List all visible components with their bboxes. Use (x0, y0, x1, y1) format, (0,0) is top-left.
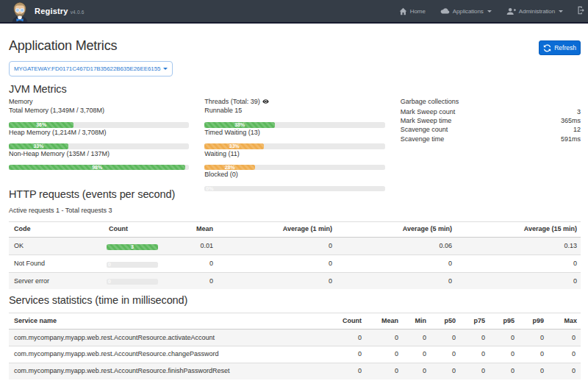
service-value-1-1: 0 (367, 346, 404, 363)
http-value-1-1: 0 (218, 255, 337, 273)
gc-label-0: Mark Sweep count (401, 107, 456, 116)
memory-bars: Total Memory (1,349M / 3,708M)36%Heap Me… (9, 106, 189, 171)
nav-label-applications: Applications (453, 8, 484, 15)
services-row-0: com.mycompany.myapp.web.rest.AccountReso… (9, 330, 581, 346)
services-header-7: p99 (520, 313, 549, 330)
memory-column: Memory Total Memory (1,349M / 3,708M)36%… (9, 98, 189, 191)
http-header-3: Average (1 min) (218, 221, 337, 238)
services-header-6: p95 (490, 313, 520, 330)
http-header-1: Count (104, 221, 191, 238)
brand-version: v4.0.6 (71, 10, 85, 15)
cloud-icon (440, 7, 450, 15)
nav-item-home[interactable]: Home (399, 7, 426, 15)
gc-label-1: Mark Sweep time (401, 116, 452, 125)
brand-name: Registryv4.0.6 (35, 7, 85, 15)
services-header-2: Mean (367, 313, 404, 330)
service-value-2-4: 0 (461, 363, 490, 379)
service-value-1-4: 0 (461, 346, 490, 363)
service-value-1-7: 0 (549, 346, 581, 363)
service-value-1-6: 0 (520, 346, 549, 363)
http-header-0: Code (9, 221, 104, 238)
memory-2-progress: 98% (9, 165, 189, 171)
brand-text: Registry (35, 7, 68, 15)
gc-row-2: Scavenge count12 (401, 125, 581, 134)
http-value-1-3: 0 (457, 255, 581, 273)
threads-1-progress-bar: 33% (204, 143, 264, 149)
service-value-2-7: 0 (549, 363, 581, 379)
threads-column: Threads (Total: 39) Runnable 1538%Timed … (204, 98, 384, 191)
threads-2-progress-bar: 28% (204, 165, 255, 171)
gc-row-3: Scavenge time591ms (401, 135, 581, 143)
memory-title: Memory (9, 98, 189, 106)
gc-rows: Mark Sweep count3Mark Sweep time365msSca… (401, 107, 581, 143)
http-count-cell-2: 0 (104, 272, 191, 289)
nav-item-applications[interactable]: Applications (440, 7, 492, 15)
jhipster-avatar-icon (12, 1, 28, 22)
gc-row-0: Mark Sweep count3 (401, 107, 581, 116)
http-row-server-error: Server error00000 (9, 272, 581, 289)
service-value-0-7: 0 (549, 330, 581, 346)
nav-label-administration: Administration (519, 8, 555, 15)
http-count-0-progress-bar: 3 (107, 244, 158, 250)
service-value-1-5: 0 (490, 346, 520, 363)
service-value-0-0: 0 (330, 330, 367, 346)
navbar-brand[interactable]: Registryv4.0.6 (12, 0, 85, 22)
http-value-2-3: 0 (457, 272, 581, 289)
eye-icon[interactable] (262, 99, 269, 107)
threads-2-progress-label: 28% (204, 165, 255, 171)
http-count-1-progress: 0 (107, 262, 158, 268)
memory-1-progress: 33% (9, 143, 189, 149)
http-value-2-0: 0 (191, 272, 218, 289)
memory-1-progress-label: 33% (9, 143, 68, 149)
service-value-2-0: 0 (330, 363, 367, 379)
service-value-0-6: 0 (520, 330, 549, 346)
memory-0-progress-bar: 36% (9, 122, 74, 128)
refresh-icon (543, 44, 551, 52)
http-code-1: Not Found (9, 255, 104, 273)
threads-metric-label-3: Blocked (0) (204, 170, 384, 179)
nav-item-administration[interactable]: Administration (506, 7, 563, 15)
http-count-cell-1: 0 (104, 255, 191, 273)
services-header-3: Min (404, 313, 431, 330)
http-value-0-2: 0.06 (337, 238, 457, 255)
http-count-0-progress: 3 (107, 244, 158, 250)
memory-metric-2: Non-Heap Memory (135M / 137M)98% (9, 149, 189, 171)
http-requests-subtitle: Active requests 1 - Total requests 3 (9, 206, 581, 215)
service-name-0: com.mycompany.myapp.web.rest.AccountReso… (9, 330, 330, 346)
service-value-0-2: 0 (404, 330, 431, 346)
gc-value-0: 3 (577, 107, 581, 116)
gc-label-2: Scavenge count (401, 125, 448, 134)
threads-metric-2: Waiting (11)28% (204, 149, 384, 171)
memory-metric-label-0: Total Memory (1,349M / 3,708M) (9, 106, 189, 115)
thread-bars: Runnable 1538%Timed Waiting (13)33%Waiti… (204, 106, 384, 191)
sign-out-button[interactable] (577, 6, 586, 16)
service-value-0-5: 0 (490, 330, 520, 346)
jvm-metrics-title: JVM Metrics (9, 82, 581, 96)
http-value-0-1: 0 (218, 238, 337, 255)
service-name-1: com.mycompany.myapp.web.rest.AccountReso… (9, 346, 330, 363)
http-count-2-progress: 0 (107, 279, 158, 285)
service-value-0-1: 0 (367, 330, 404, 346)
refresh-button[interactable]: Refresh (539, 40, 581, 55)
memory-0-progress-label: 36% (9, 122, 74, 128)
http-code-0: OK (9, 238, 104, 255)
instance-selector-dropdown[interactable]: MYGATEWAY:FD0171C467D17B35622B635E26EE61… (9, 61, 173, 76)
services-table-header-row: Service nameCountMeanMinp50p75p95p99Max (9, 313, 581, 330)
http-value-1-0: 0 (191, 255, 218, 273)
threads-metric-3: Blocked (0)0% (204, 170, 384, 191)
threads-metric-label-1: Timed Waiting (13) (204, 128, 384, 137)
http-count-1-progress-label: 0 (108, 262, 111, 268)
service-name-2: com.mycompany.myapp.web.rest.AccountReso… (9, 363, 330, 379)
http-header-2: Mean (191, 221, 218, 238)
memory-2-progress-bar: 98% (9, 165, 185, 171)
threads-title-text: Threads (Total: 39) (204, 98, 260, 105)
memory-metric-label-2: Non-Heap Memory (135M / 137M) (9, 149, 189, 158)
services-statistics-title: Services statistics (time in millisecond… (9, 293, 581, 307)
page-title: Application Metrics (9, 38, 117, 54)
top-navbar: Registryv4.0.6 Home Applications Adminis… (0, 0, 588, 24)
http-table-header-row: CodeCountMeanAverage (1 min)Average (5 m… (9, 221, 581, 238)
threads-0-progress-bar: 38% (204, 122, 275, 128)
threads-metric-label-0: Runnable 15 (204, 106, 384, 115)
threads-title: Threads (Total: 39) (204, 98, 384, 106)
gc-value-1: 365ms (561, 116, 581, 125)
